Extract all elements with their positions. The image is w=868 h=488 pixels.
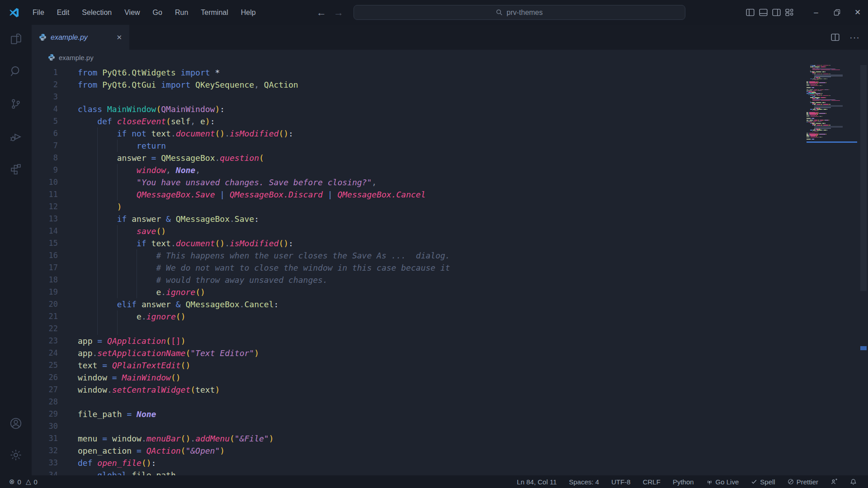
explorer-icon[interactable]	[0, 25, 32, 53]
code-editor[interactable]: 1from PyQt6.QtWidgets import *2from PyQt…	[32, 65, 868, 475]
restore-icon	[834, 9, 840, 16]
line-content: window.setCentralWidget(text)	[78, 384, 220, 396]
more-actions-icon[interactable]: ···	[849, 32, 860, 42]
minimap[interactable]	[804, 65, 859, 475]
code-line[interactable]: 15 if text.document().isModified():	[32, 237, 868, 249]
code-line[interactable]: 30	[32, 420, 868, 432]
line-number: 24	[32, 347, 58, 359]
code-line[interactable]: 11 QMessageBox.Save | QMessageBox.Discar…	[32, 188, 868, 201]
source-control-icon[interactable]	[0, 90, 32, 118]
code-line[interactable]: 5 def closeEvent(self, e):	[32, 115, 868, 127]
toggle-sidebar-icon[interactable]	[746, 8, 755, 17]
menu-file[interactable]: File	[27, 6, 50, 19]
menu-terminal[interactable]: Terminal	[195, 6, 233, 19]
code-line[interactable]: 28	[32, 396, 868, 408]
status-bell[interactable]	[846, 475, 861, 488]
menu-bar: FileEditSelectionViewGoRunTerminalHelp	[27, 6, 261, 19]
tab-example-py[interactable]: example.py ✕	[32, 25, 129, 50]
run-and-debug-icon[interactable]	[0, 122, 32, 150]
code-line[interactable]: 2from PyQt6.QtGui import QKeySequence, Q…	[32, 79, 868, 91]
line-content	[78, 323, 137, 335]
code-line[interactable]: 22	[32, 323, 868, 335]
line-content: e.ignore()	[78, 310, 185, 323]
code-line[interactable]: 17 # We do not want to close the window …	[32, 262, 868, 274]
code-line[interactable]: 10 "You have unsaved changes. Save befor…	[32, 176, 868, 188]
code-line[interactable]: 32open_action = QAction("&Open")	[32, 445, 868, 457]
code-line[interactable]: 23app = QApplication([])	[32, 335, 868, 347]
line-number: 1	[32, 66, 58, 79]
code-line[interactable]: 29file_path = None	[32, 408, 868, 420]
status-utf-8[interactable]: UTF-8	[607, 475, 635, 488]
code-line[interactable]: 19 e.ignore()	[32, 286, 868, 298]
extensions-icon[interactable]	[0, 155, 32, 183]
status-spell[interactable]: Spell	[747, 475, 779, 488]
toggle-panel-icon[interactable]	[759, 8, 768, 17]
line-number: 21	[32, 310, 58, 323]
code-line[interactable]: 31menu = window.menuBar().addMenu("&File…	[32, 432, 868, 445]
code-line[interactable]: 18 # would throw away unsaved changes.	[32, 274, 868, 286]
menu-edit[interactable]: Edit	[52, 6, 75, 19]
minimize-button[interactable]: –	[806, 0, 826, 25]
menu-go[interactable]: Go	[147, 6, 168, 19]
menu-view[interactable]: View	[119, 6, 145, 19]
tab-close-icon[interactable]: ✕	[114, 33, 124, 42]
code-line[interactable]: 25text = QPlainTextEdit()	[32, 359, 868, 371]
search-icon[interactable]	[0, 57, 32, 85]
code-line[interactable]: 1from PyQt6.QtWidgets import *	[32, 66, 868, 79]
python-file-icon	[48, 54, 55, 61]
code-line[interactable]: 21 e.ignore()	[32, 310, 868, 323]
code-line[interactable]: 34 global file_path	[32, 469, 868, 475]
toggle-secondary-sidebar-icon[interactable]	[772, 8, 781, 17]
code-line[interactable]: 13 if answer & QMessageBox.Save:	[32, 213, 868, 225]
code-line[interactable]: 24app.setApplicationName("Text Editor")	[32, 347, 868, 359]
menu-help[interactable]: Help	[236, 6, 261, 19]
line-number: 22	[32, 323, 58, 335]
code-line[interactable]: 33def open_file():	[32, 457, 868, 469]
line-number: 19	[32, 286, 58, 298]
line-number: 31	[32, 432, 58, 445]
search-text: prv-themes	[506, 9, 542, 17]
minimap-line	[807, 140, 857, 141]
line-content: # would throw away unsaved changes.	[78, 274, 328, 286]
maximize-restore-button[interactable]	[826, 0, 847, 25]
code-line[interactable]: 27window.setCentralWidget(text)	[32, 384, 868, 396]
line-number: 30	[32, 420, 58, 432]
code-line[interactable]: 16 # This happens when the user closes t…	[32, 249, 868, 262]
account-icon[interactable]	[0, 409, 32, 437]
nav-forward-icon[interactable]: →	[334, 7, 344, 19]
editor-scrollbar[interactable]	[859, 65, 868, 475]
status-crlf[interactable]: CRLF	[639, 475, 665, 488]
code-line[interactable]: 12 )	[32, 201, 868, 213]
status-spaces-4[interactable]: Spaces: 4	[565, 475, 603, 488]
code-line[interactable]: 7 return	[32, 140, 868, 152]
menu-run[interactable]: Run	[170, 6, 193, 19]
menu-selection[interactable]: Selection	[76, 6, 117, 19]
status-prettier[interactable]: Prettier	[783, 475, 822, 488]
code-line[interactable]: 9 window, None,	[32, 164, 868, 176]
code-line[interactable]: 4class MainWindow(QMainWindow):	[32, 103, 868, 115]
command-center-search[interactable]: prv-themes	[354, 5, 685, 20]
close-window-button[interactable]: ✕	[847, 0, 868, 25]
settings-icon[interactable]	[0, 441, 32, 469]
code-line[interactable]: 8 answer = QMessageBox.question(	[32, 152, 868, 164]
scrollbar-thumb[interactable]	[860, 65, 867, 291]
problems-indicator[interactable]: ⊗ 0 △ 0	[9, 475, 42, 488]
status-label: Python	[673, 478, 694, 486]
code-line[interactable]: 26window = MainWindow()	[32, 371, 868, 384]
nav-back-icon[interactable]: ←	[316, 7, 326, 19]
line-content: text = QPlainTextEdit()	[78, 359, 190, 371]
code-line[interactable]: 3	[32, 91, 868, 103]
line-number: 7	[32, 140, 58, 152]
line-content: open_action = QAction("&Open")	[78, 445, 225, 457]
customize-layout-icon[interactable]	[785, 8, 794, 17]
code-line[interactable]: 6 if not text.document().isModified():	[32, 127, 868, 140]
status-ln-84-col-11[interactable]: Ln 84, Col 11	[513, 475, 561, 488]
split-editor-icon[interactable]	[831, 33, 840, 42]
status-feedback[interactable]	[826, 475, 842, 488]
status-go-live[interactable]: Go Live	[702, 475, 743, 488]
code-line[interactable]: 20 elif answer & QMessageBox.Cancel:	[32, 298, 868, 310]
breadcrumb[interactable]: example.py	[32, 50, 868, 65]
status-python[interactable]: Python	[669, 475, 698, 488]
line-content: file_path = None	[78, 408, 156, 420]
code-line[interactable]: 14 save()	[32, 225, 868, 237]
